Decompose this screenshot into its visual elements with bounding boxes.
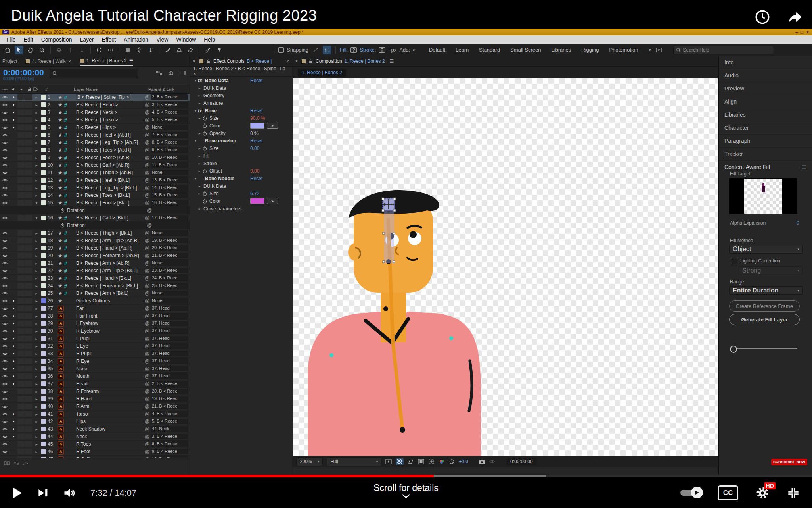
subtitles-button[interactable]: CC bbox=[718, 485, 738, 500]
parent-link-value[interactable]: None bbox=[151, 125, 188, 130]
label-color[interactable] bbox=[41, 396, 46, 401]
label-color[interactable] bbox=[41, 283, 46, 288]
shy-toggle[interactable] bbox=[25, 155, 32, 160]
frame-blending-icon[interactable] bbox=[167, 70, 174, 76]
eye-icon[interactable] bbox=[0, 254, 10, 258]
parent-link-value[interactable]: 2. B < Reece bbox=[151, 381, 188, 387]
label-color[interactable] bbox=[41, 117, 46, 122]
effect-row[interactable]: Color➤ bbox=[190, 122, 292, 129]
layer-name[interactable]: L Pupil bbox=[76, 336, 144, 341]
layer-name[interactable]: Head bbox=[76, 381, 144, 387]
lock-toggle[interactable] bbox=[17, 102, 25, 108]
layer-name[interactable]: R Foot bbox=[76, 449, 144, 454]
shy-toggle[interactable] bbox=[25, 230, 32, 236]
chevron-down-icon[interactable]: ▾ bbox=[193, 109, 198, 113]
window-maximize-icon[interactable]: □ bbox=[801, 29, 803, 35]
stopwatch-icon[interactable] bbox=[202, 116, 208, 121]
color-swatch[interactable] bbox=[250, 198, 264, 204]
eye-icon[interactable] bbox=[0, 420, 10, 423]
chevron-right-icon[interactable]: ▸ bbox=[197, 169, 202, 173]
layer-row[interactable]: ▸ 25 ★# B < Reece | Arm > [Bk.L] @ None bbox=[0, 290, 190, 297]
chevron-right-icon[interactable]: ▸ bbox=[197, 101, 202, 105]
sidebar-panel-libraries[interactable]: Libraries bbox=[719, 108, 812, 121]
layer-row[interactable]: ● ▸ 31 A L Pupil @ 37. Head bbox=[0, 335, 190, 343]
eye-icon[interactable] bbox=[0, 329, 10, 333]
layer-row[interactable]: ● ▸ 34 A R Eye @ 37. Head bbox=[0, 358, 190, 365]
layer-name[interactable]: B < Reece | Heel > [Ab.R] bbox=[76, 132, 144, 138]
reset-link[interactable]: Reset bbox=[250, 78, 262, 83]
layer-name[interactable]: Neck bbox=[76, 434, 144, 439]
tab-close-icon[interactable]: ✕ bbox=[68, 59, 71, 64]
label-color[interactable] bbox=[41, 381, 46, 386]
chevron-right-icon[interactable]: ▸ bbox=[197, 131, 202, 135]
pickwhip-icon[interactable]: @ bbox=[144, 230, 151, 236]
property-value[interactable]: 0.00 bbox=[250, 168, 259, 174]
autoplay-toggle[interactable] bbox=[680, 490, 700, 496]
parent-link-value[interactable]: 23. B < Reec bbox=[151, 268, 188, 273]
shy-toggle[interactable] bbox=[25, 170, 32, 175]
effect-row[interactable]: ▸Size90.0 % bbox=[190, 114, 292, 122]
effect-row[interactable]: ▾fxBone DataReset bbox=[190, 77, 292, 84]
pickwhip-icon[interactable]: @ bbox=[144, 313, 151, 319]
lock-toggle[interactable] bbox=[17, 441, 25, 447]
exit-fullscreen-button[interactable] bbox=[787, 486, 800, 500]
label-color[interactable] bbox=[41, 193, 46, 198]
eye-icon[interactable] bbox=[0, 231, 10, 235]
parent-link-value[interactable]: 37. Head bbox=[151, 358, 188, 364]
shy-toggle[interactable] bbox=[25, 117, 32, 123]
property-name[interactable]: Size bbox=[208, 115, 218, 121]
selection-tool-icon[interactable] bbox=[15, 46, 23, 54]
solo-toggle[interactable]: ● bbox=[10, 95, 17, 99]
label-color[interactable] bbox=[41, 170, 46, 175]
effect-row[interactable]: ▸DUIK Data bbox=[190, 84, 292, 92]
sidebar-panel-align[interactable]: Align bbox=[719, 95, 812, 108]
chevron-right-icon[interactable]: ▸ bbox=[33, 397, 40, 401]
lock-toggle[interactable] bbox=[17, 185, 25, 190]
pickwhip-icon[interactable]: @ bbox=[144, 117, 151, 123]
chevron-right-icon[interactable]: ▸ bbox=[33, 156, 40, 160]
shy-toggle[interactable] bbox=[25, 456, 32, 458]
puppet-pin-tool-icon[interactable] bbox=[215, 46, 224, 54]
color-channels-icon[interactable] bbox=[439, 459, 445, 464]
range-dropdown[interactable]: Entire Duration▾ bbox=[729, 286, 803, 295]
chevron-right-icon[interactable]: ▸ bbox=[33, 103, 40, 107]
layer-name[interactable]: R Eye bbox=[76, 358, 144, 364]
property-row[interactable]: Rotation @ bbox=[0, 222, 190, 229]
label-color[interactable] bbox=[41, 359, 46, 364]
snapshot-icon[interactable] bbox=[479, 459, 485, 464]
parent-link-value[interactable]: 5. B < Reece bbox=[151, 117, 188, 123]
effect-row[interactable]: ▸Stroke bbox=[190, 160, 292, 167]
layer-name[interactable]: B < Reece | Foot > [Bk.L] bbox=[76, 200, 144, 206]
solo-toggle[interactable]: ● bbox=[10, 419, 17, 423]
lock-toggle[interactable] bbox=[17, 155, 25, 160]
lock-toggle[interactable] bbox=[17, 351, 25, 356]
layer-name[interactable]: B < Reece | Forearm > [Ab.R] bbox=[76, 253, 144, 258]
layer-row[interactable]: ● ▸ 4 ★# B < Reece | Torso > @ 5. B < Re… bbox=[0, 116, 190, 124]
solo-toggle[interactable]: ● bbox=[10, 412, 17, 416]
lock-toggle[interactable] bbox=[17, 177, 25, 183]
parent-link-value[interactable]: 24. B < Reec bbox=[151, 275, 188, 281]
eraser-tool-icon[interactable] bbox=[186, 46, 195, 54]
layer-name[interactable]: Ear bbox=[76, 306, 144, 311]
chevron-right-icon[interactable]: ▸ bbox=[33, 314, 40, 318]
eye-icon[interactable] bbox=[0, 390, 10, 393]
snap-angle-icon[interactable] bbox=[311, 46, 320, 54]
shy-toggle[interactable] bbox=[25, 404, 32, 409]
stopwatch-icon[interactable] bbox=[202, 123, 208, 128]
layer-row[interactable]: ▸ 7 ★# B < Reece | Leg_Tip > [Ab.R] @ 8.… bbox=[0, 139, 190, 146]
property-name[interactable]: Color bbox=[208, 198, 221, 204]
layer-name[interactable]: B < Reece | Neck > bbox=[76, 110, 144, 115]
parent-link-value[interactable]: 37. Head bbox=[151, 321, 188, 326]
region-of-interest-icon[interactable] bbox=[408, 459, 414, 464]
shy-toggle[interactable] bbox=[25, 268, 32, 273]
label-color[interactable] bbox=[41, 314, 46, 318]
chevron-right-icon[interactable]: ▸ bbox=[33, 337, 40, 341]
label-color[interactable] bbox=[41, 238, 46, 243]
lock-toggle[interactable] bbox=[17, 381, 25, 387]
pickwhip-icon[interactable]: @ bbox=[144, 253, 151, 258]
parent-link-value[interactable]: None bbox=[151, 291, 188, 296]
clone-stamp-tool-icon[interactable] bbox=[175, 46, 184, 54]
label-color[interactable] bbox=[41, 246, 46, 250]
effect-row[interactable]: ▸Geometry bbox=[190, 92, 292, 99]
label-color[interactable] bbox=[41, 344, 46, 348]
